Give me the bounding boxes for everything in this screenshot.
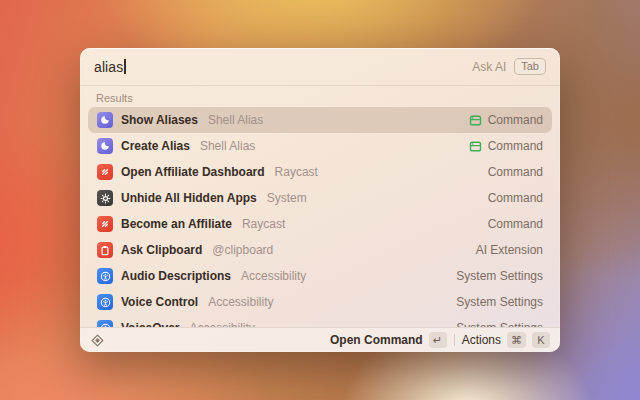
result-title: Audio Descriptions bbox=[121, 269, 231, 283]
result-subtitle: Raycast bbox=[242, 217, 285, 231]
open-command-label: Open Command bbox=[330, 333, 423, 347]
gear-dark-icon bbox=[97, 190, 113, 206]
enter-key-icon: ↵ bbox=[429, 332, 447, 348]
actions-button[interactable]: Actions ⌘ K bbox=[462, 332, 550, 348]
result-row-voiceover[interactable]: VoiceOverAccessibilitySystem Settings bbox=[88, 315, 552, 327]
result-row-show-aliases[interactable]: Show AliasesShell AliasCommand bbox=[88, 107, 552, 133]
result-subtitle: Accessibility bbox=[241, 269, 306, 283]
search-query-text: alias bbox=[94, 59, 123, 75]
ask-ai-button[interactable]: Ask AI bbox=[472, 60, 506, 74]
terminal-green-icon bbox=[469, 140, 482, 153]
actions-label: Actions bbox=[462, 333, 501, 347]
result-type-label: Command bbox=[488, 113, 543, 127]
accessibility-blue-icon bbox=[97, 268, 113, 284]
result-subtitle: @clipboard bbox=[212, 243, 273, 257]
result-subtitle: Shell Alias bbox=[200, 139, 255, 153]
result-title: Voice Control bbox=[121, 295, 198, 309]
accessibility-blue-icon bbox=[97, 320, 113, 327]
result-row-audio-descriptions[interactable]: Audio DescriptionsAccessibilitySystem Se… bbox=[88, 263, 552, 289]
result-subtitle: System bbox=[267, 191, 307, 205]
result-subtitle: Raycast bbox=[275, 165, 318, 179]
result-row-ask-clipboard[interactable]: Ask Clipboard@clipboardAI Extension bbox=[88, 237, 552, 263]
raycast-logo-icon bbox=[90, 333, 105, 348]
result-row-unhide-all-hidden-apps[interactable]: Unhide All Hidden AppsSystemCommand bbox=[88, 185, 552, 211]
open-command-button[interactable]: Open Command ↵ bbox=[330, 332, 447, 348]
k-key-icon: K bbox=[532, 332, 550, 348]
result-row-open-affiliate-dashboard[interactable]: Open Affiliate DashboardRaycastCommand bbox=[88, 159, 552, 185]
result-title: Open Affiliate Dashboard bbox=[121, 165, 265, 179]
result-title: Show Aliases bbox=[121, 113, 198, 127]
result-title: Become an Affiliate bbox=[121, 217, 232, 231]
terminal-green-icon bbox=[469, 114, 482, 127]
result-subtitle: Shell Alias bbox=[208, 113, 263, 127]
footer-divider bbox=[454, 334, 455, 346]
result-type-label: Command bbox=[488, 217, 543, 231]
command-key-icon: ⌘ bbox=[507, 332, 526, 348]
search-bar: alias Ask AI Tab bbox=[80, 48, 560, 86]
shell-alias-icon bbox=[97, 112, 113, 128]
result-type-label: Command bbox=[488, 139, 543, 153]
search-input[interactable]: alias bbox=[94, 58, 126, 76]
results-list: Show AliasesShell AliasCommandCreate Ali… bbox=[80, 107, 560, 327]
result-title: Create Alias bbox=[121, 139, 190, 153]
result-title: Unhide All Hidden Apps bbox=[121, 191, 257, 205]
tab-key-hint: Tab bbox=[514, 58, 546, 75]
result-type-label: AI Extension bbox=[476, 243, 543, 257]
clipboard-red-icon bbox=[97, 242, 113, 258]
result-type-label: Command bbox=[488, 191, 543, 205]
raycast-red-icon bbox=[97, 164, 113, 180]
result-row-voice-control[interactable]: Voice ControlAccessibilitySystem Setting… bbox=[88, 289, 552, 315]
result-type-label: System Settings bbox=[456, 269, 543, 283]
result-row-become-an-affiliate[interactable]: Become an AffiliateRaycastCommand bbox=[88, 211, 552, 237]
result-title: Ask Clipboard bbox=[121, 243, 202, 257]
result-row-create-alias[interactable]: Create AliasShell AliasCommand bbox=[88, 133, 552, 159]
text-caret bbox=[124, 59, 126, 74]
accessibility-blue-icon bbox=[97, 294, 113, 310]
raycast-red-icon bbox=[97, 216, 113, 232]
result-subtitle: Accessibility bbox=[208, 295, 273, 309]
result-type-label: Command bbox=[488, 165, 543, 179]
result-type-label: System Settings bbox=[456, 295, 543, 309]
results-section-label: Results bbox=[80, 86, 560, 107]
raycast-launcher-window: alias Ask AI Tab Results Show AliasesShe… bbox=[80, 48, 560, 352]
shell-alias-icon bbox=[97, 138, 113, 154]
action-bar: Open Command ↵ Actions ⌘ K bbox=[80, 327, 560, 352]
